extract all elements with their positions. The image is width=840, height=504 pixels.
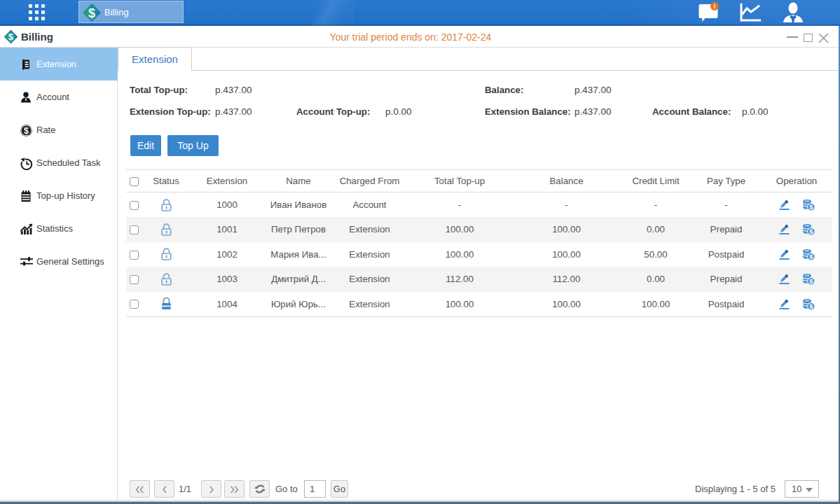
svg-text:$: $: [24, 126, 29, 136]
svg-text:$: $: [88, 6, 95, 20]
svg-text:!: !: [714, 3, 716, 10]
